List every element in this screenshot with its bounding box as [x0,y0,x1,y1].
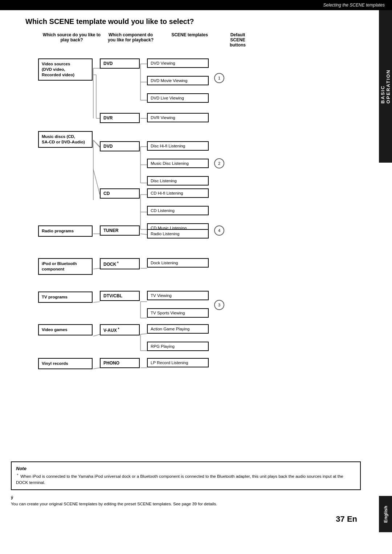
col-header-default: Default SCENE buttons [223,32,252,48]
svg-line-8 [93,169,100,195]
svg-line-10 [93,268,100,269]
comp-tuner: TUNER [100,225,140,236]
source-ipod-bluetooth: iPod or Bluetoothcomponent [38,258,93,275]
col-header-source: Which source do you like to play back? [38,32,105,48]
source-tv-programs: TV programs [38,292,93,303]
scene-dvd-movie-viewing: DVD Movie Viewing [147,76,209,85]
right-sidebar-english: English [379,496,392,532]
source-radio-programs: Radio programs [38,225,93,237]
svg-line-11 [93,302,100,302]
svg-line-27 [140,234,147,235]
extra-note: ÿ You can create your original SCENE tem… [11,494,361,507]
svg-line-7 [93,140,100,147]
circle-btn-3[interactable]: 3 [214,300,224,310]
circle-btn-4[interactable]: 4 [214,225,224,236]
scene-action-game-playing: Action Game Playing [147,324,209,334]
sidebar-english-label: English [383,506,388,523]
comp-dock: DOCK＊ [100,258,140,269]
note-title: Note [16,466,356,471]
comp-dvd-music: DVD [100,141,140,151]
page-title: Which SCENE template would you like to s… [25,17,361,26]
scene-dock-listening: Dock Listening [147,258,209,268]
sidebar-operation-label: BASICOPERATION [380,69,391,103]
note-section-wrapper: Note ＊ When iPod is connected to the Yam… [11,454,361,507]
page-number: 37 En [11,514,357,524]
comp-phono: PHONO [100,358,140,368]
scene-dvd-live-viewing: DVD Live Viewing [147,93,209,103]
scene-cd-listening: CD Listening [147,206,209,215]
top-bar-text: Selecting the SCENE templates [323,3,385,8]
scene-cd-hifi: CD Hi-fi Listening [147,188,209,198]
scene-tv-viewing: TV Viewing [147,291,209,300]
source-video-games: Video games [38,324,93,335]
svg-line-5 [93,140,100,147]
scene-music-disc-listening: Music Disc Listening [147,159,209,168]
col-header-component: Which component do you like for playback… [105,32,156,48]
comp-dtvcbl: DTV/CBL [100,291,140,301]
source-video-sources: Video sources(DVD video,Recorded video) [38,58,93,81]
top-bar: Selecting the SCENE templates [0,0,392,10]
scene-disc-hifi: Disc Hi-fi Listening [147,141,209,151]
comp-dvr: DVR [100,113,140,123]
right-sidebar-operation: BASICOPERATION [379,10,392,163]
source-music-discs: Music discs (CD,SA-CD or DVD-Audio) [38,131,93,148]
col-header-scene: SCENE templates [156,32,223,48]
comp-vaux: V-AUX＊ [100,324,140,335]
scene-rpg-playing: RPG Playing [147,342,209,351]
svg-line-33 [140,334,147,334]
circle-btn-2[interactable]: 2 [214,158,224,168]
scene-dvr-viewing: DVR Viewing [147,113,209,122]
circle-btn-1[interactable]: 1 [214,73,224,83]
scene-lp-record-listening: LP Record Listening [147,358,209,367]
note-section: Note ＊ When iPod is connected to the Yam… [11,461,361,490]
note-asterisk-text: ＊ When iPod is connected to the Yamaha i… [16,473,356,486]
svg-line-12 [93,334,100,336]
source-vinyl-records: Vinyl records [38,358,93,369]
scene-radio-listening: Radio Listening [147,229,209,239]
svg-line-13 [93,368,100,369]
scene-tv-sports-viewing: TV Sports Viewing [147,308,209,318]
comp-dvd-video: DVD [100,58,140,69]
comp-cd: CD [100,188,140,199]
diagram-wrapper: Video sources(DVD video,Recorded video) … [11,51,361,443]
scene-disc-listening: Disc Listening [147,176,209,186]
scene-dvd-viewing: DVD Viewing [147,58,209,68]
main-content: Which SCENE template would you like to s… [0,10,379,531]
column-headers: Which source do you like to play back? W… [38,32,361,48]
